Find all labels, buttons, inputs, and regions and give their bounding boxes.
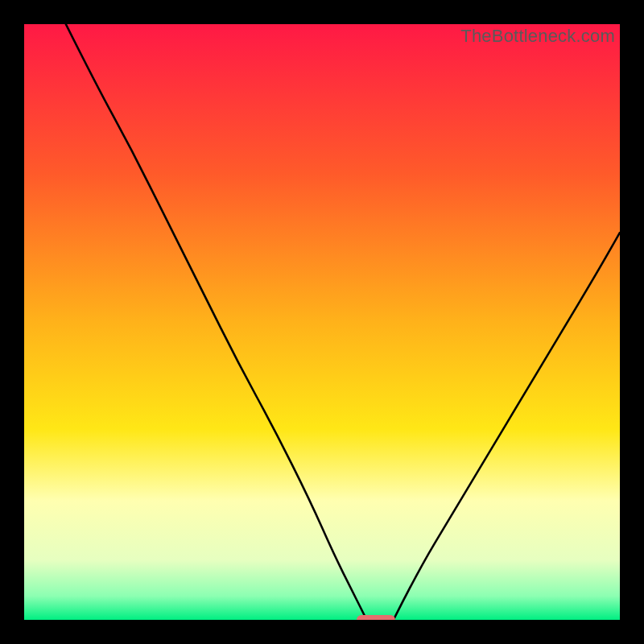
chart-frame: TheBottleneck.com <box>0 0 644 644</box>
v-curve <box>24 24 620 620</box>
left-curve-path <box>66 24 367 620</box>
right-curve-path <box>394 233 620 620</box>
bottleneck-marker <box>357 615 395 620</box>
watermark-text: TheBottleneck.com <box>460 26 615 47</box>
plot-area: TheBottleneck.com <box>24 24 620 620</box>
